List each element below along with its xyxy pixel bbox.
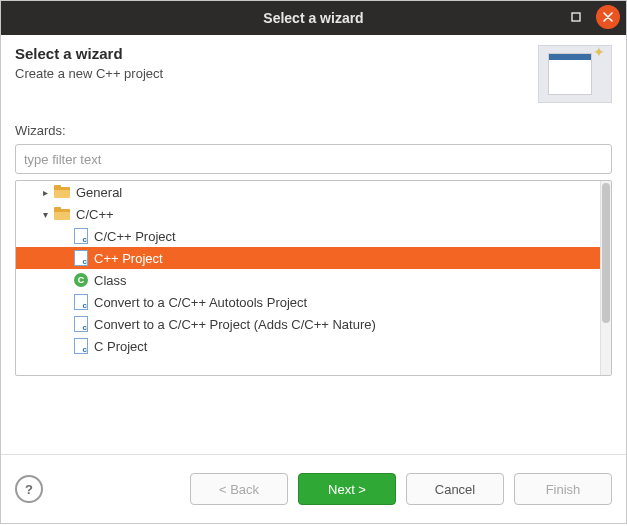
tree-scrollbar[interactable] <box>600 181 611 375</box>
expander-icon[interactable]: ▾ <box>40 209 50 220</box>
window-controls <box>564 5 620 29</box>
folder-open-icon <box>54 207 70 221</box>
file-icon <box>74 316 88 332</box>
tree-item-label: Convert to a C/C++ Autotools Project <box>92 295 307 310</box>
file-icon <box>74 228 88 244</box>
wizard-dialog: Select a wizard Select a wizard Create a… <box>0 0 627 524</box>
tree-item-conv-nat[interactable]: Convert to a C/C++ Project (Adds C/C++ N… <box>16 313 601 335</box>
body: Wizards: ▸General▾C/C++C/C++ ProjectC++ … <box>1 117 626 390</box>
tree-item-label: General <box>74 185 122 200</box>
tree-item-label: C Project <box>92 339 147 354</box>
tree-item-label: Convert to a C/C++ Project (Adds C/C++ N… <box>92 317 376 332</box>
next-button[interactable]: Next > <box>298 473 396 505</box>
banner-subtitle: Create a new C++ project <box>15 66 528 81</box>
window-title: Select a wizard <box>263 10 363 26</box>
tree-item-ccpp[interactable]: ▾C/C++ <box>16 203 601 225</box>
banner: Select a wizard Create a new C++ project <box>1 35 626 117</box>
tree-item-ccpp-proj[interactable]: C/C++ Project <box>16 225 601 247</box>
tree-item-c-proj[interactable]: C Project <box>16 335 601 357</box>
close-button[interactable] <box>596 5 620 29</box>
tree-item-label: C/C++ Project <box>92 229 176 244</box>
cancel-button[interactable]: Cancel <box>406 473 504 505</box>
tree-item-class[interactable]: CClass <box>16 269 601 291</box>
banner-heading: Select a wizard <box>15 45 528 62</box>
tree-item-general[interactable]: ▸General <box>16 181 601 203</box>
help-button[interactable]: ? <box>15 475 43 503</box>
footer: ? < Back Next > Cancel Finish <box>1 454 626 523</box>
maximize-button[interactable] <box>564 5 588 29</box>
class-icon: C <box>74 273 88 287</box>
tree-item-cpp-proj[interactable]: C++ Project <box>16 247 601 269</box>
file-icon <box>74 294 88 310</box>
tree-item-label: C++ Project <box>92 251 163 266</box>
file-icon <box>74 338 88 354</box>
tree-item-conv-auto[interactable]: Convert to a C/C++ Autotools Project <box>16 291 601 313</box>
file-icon <box>74 250 88 266</box>
expander-icon[interactable]: ▸ <box>40 187 50 198</box>
wizard-tree[interactable]: ▸General▾C/C++C/C++ ProjectC++ ProjectCC… <box>15 180 612 376</box>
back-button[interactable]: < Back <box>190 473 288 505</box>
folder-icon <box>54 185 70 199</box>
svg-rect-0 <box>572 13 580 21</box>
finish-button[interactable]: Finish <box>514 473 612 505</box>
filter-input[interactable] <box>15 144 612 174</box>
tree-item-label: C/C++ <box>74 207 114 222</box>
titlebar: Select a wizard <box>1 1 626 35</box>
scrollbar-thumb[interactable] <box>602 183 610 323</box>
wizard-icon <box>538 45 612 103</box>
tree-item-label: Class <box>92 273 127 288</box>
wizards-label: Wizards: <box>15 123 612 138</box>
